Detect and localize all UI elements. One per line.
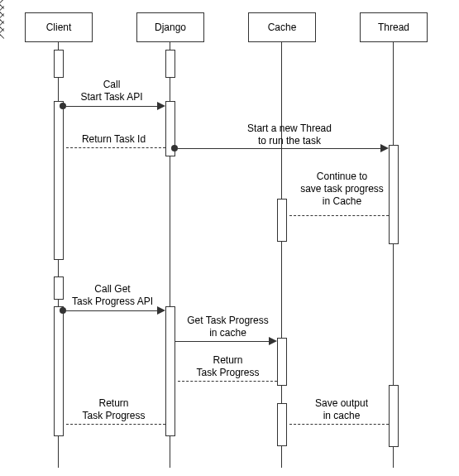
message-label: Return Task Progress <box>74 397 153 422</box>
message-label: Save output in cache <box>308 397 375 422</box>
arrow-left-icon <box>0 28 9 39</box>
message-call-get <box>66 310 159 311</box>
arrow-right-icon <box>380 144 389 152</box>
sync-origin-dot-icon <box>60 103 66 109</box>
message-start-thread <box>178 148 382 149</box>
activation-django <box>165 306 175 436</box>
message-get-progress <box>175 341 270 342</box>
message-return-task-id <box>66 147 165 148</box>
message-label: Start a new Thread to run the task <box>223 123 356 147</box>
message-return-progress-2 <box>66 424 165 425</box>
activation-client <box>54 306 64 436</box>
sync-origin-dot-icon <box>171 145 178 151</box>
message-continue-save <box>289 215 389 216</box>
activation-thread <box>389 385 399 447</box>
sequence-diagram: Client Django Cache Thread Call Start Ta… <box>0 0 459 476</box>
actor-label: Thread <box>378 22 409 33</box>
message-label: Call Start Task API <box>66 79 157 103</box>
message-call-start <box>66 106 159 107</box>
message-label: Return Task Id <box>66 133 161 146</box>
actor-thread: Thread <box>360 12 428 42</box>
sync-origin-dot-icon <box>60 307 66 314</box>
message-return-progress-1 <box>178 381 277 382</box>
message-save-output <box>289 424 389 425</box>
activation-django <box>165 50 175 78</box>
activation-cache <box>277 199 287 242</box>
actor-client: Client <box>25 12 93 42</box>
arrow-right-icon <box>157 102 165 110</box>
message-label: Return Task Progress <box>189 354 267 379</box>
actor-django: Django <box>136 12 204 42</box>
activation-cache <box>277 403 287 446</box>
message-label: Get Task Progress in cache <box>176 315 280 339</box>
message-label: Continue to save task progress in Cache <box>294 171 390 208</box>
activation-cache <box>277 338 287 386</box>
actor-label: Client <box>46 22 72 33</box>
activation-thread <box>389 145 399 244</box>
activation-client <box>54 50 64 78</box>
actor-label: Django <box>155 22 186 33</box>
actor-cache: Cache <box>248 12 316 42</box>
message-label: Call Get Task Progress API <box>60 283 165 308</box>
actor-label: Cache <box>268 22 297 33</box>
activation-client <box>54 101 64 260</box>
